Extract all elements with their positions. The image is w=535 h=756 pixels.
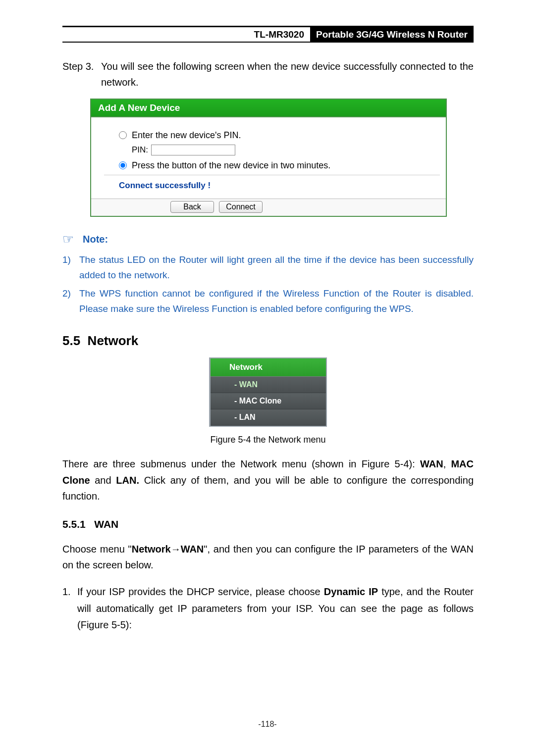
pin-input[interactable] <box>151 145 235 155</box>
menu-item-wan[interactable]: - WAN <box>211 377 326 393</box>
panel-title: Add A New Device <box>91 100 446 117</box>
step-label: Step 3. <box>62 58 101 91</box>
section-heading: 5.5 Network <box>62 333 474 349</box>
subsection-title: WAN <box>94 518 118 530</box>
note-num-1: 1) <box>62 252 79 283</box>
page-number: -118- <box>0 720 535 729</box>
note-heading: ☞ Note: <box>62 232 474 247</box>
pin-row: PIN: <box>132 145 439 155</box>
network-intro-paragraph: There are three submenus under the Netwo… <box>62 456 474 504</box>
list-text: If your ISP provides the DHCP service, p… <box>77 584 474 633</box>
option-press-button[interactable]: Press the button of the new device in tw… <box>119 160 439 171</box>
radio-enter-pin[interactable] <box>119 131 127 139</box>
step-text: You will see the following screen when t… <box>101 58 474 91</box>
menu-item-lan[interactable]: - LAN <box>211 409 326 426</box>
option-press-button-label: Press the button of the new device in tw… <box>132 160 330 171</box>
menu-head-network[interactable]: Network <box>211 358 326 377</box>
pin-label: PIN: <box>132 145 148 155</box>
status-row: Connect successfully ! <box>104 175 440 194</box>
header-product: Portable 3G/4G Wireless N Router <box>310 27 474 42</box>
back-button[interactable]: Back <box>170 201 214 213</box>
header-model: TL-MR3020 <box>248 29 310 40</box>
note-label: Note: <box>83 234 108 245</box>
section-num: 5.5 <box>62 333 80 348</box>
network-menu-figure: Network - WAN - MAC Clone - LAN <box>209 357 327 427</box>
wan-list-item-1: 1. If your ISP provides the DHCP service… <box>62 584 474 633</box>
doc-header: TL-MR3020 Portable 3G/4G Wireless N Rout… <box>62 26 474 43</box>
pointer-icon: ☞ <box>62 232 74 247</box>
connect-button[interactable]: Connect <box>219 201 263 213</box>
option-enter-pin-label: Enter the new device's PIN. <box>132 130 241 141</box>
menu-item-mac-clone[interactable]: - MAC Clone <box>211 393 326 409</box>
note-text-2: The WPS function cannot be configured if… <box>79 286 474 316</box>
radio-press-button[interactable] <box>119 161 127 169</box>
note-num-2: 2) <box>62 286 79 316</box>
note-item-1: 1) The status LED on the Router will lig… <box>62 252 474 283</box>
note-text-1: The status LED on the Router will light … <box>79 252 474 283</box>
status-text: Connect successfully ! <box>119 181 211 190</box>
option-enter-pin[interactable]: Enter the new device's PIN. <box>119 130 439 141</box>
panel-footer: Back Connect <box>91 199 446 216</box>
wan-intro-paragraph: Choose menu "Network→WAN", and then you … <box>62 541 474 573</box>
step-3: Step 3. You will see the following scree… <box>62 58 474 91</box>
list-num: 1. <box>62 584 77 633</box>
subsection-num: 5.5.1 <box>62 518 86 530</box>
note-list: 1) The status LED on the Router will lig… <box>62 252 474 317</box>
subsection-heading: 5.5.1 WAN <box>62 518 474 530</box>
section-title: Network <box>88 333 139 348</box>
figure-caption: Figure 5-4 the Network menu <box>62 435 474 445</box>
add-device-panel: Add A New Device Enter the new device's … <box>90 99 447 217</box>
note-item-2: 2) The WPS function cannot be configured… <box>62 286 474 316</box>
